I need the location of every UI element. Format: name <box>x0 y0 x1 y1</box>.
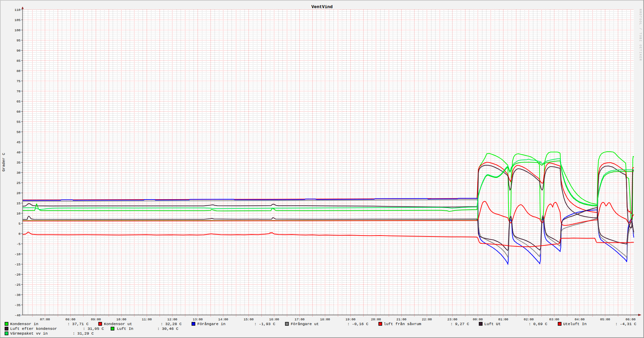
svg-text:-5: -5 <box>17 242 21 246</box>
svg-text:: 37,71 C: : 37,71 C <box>68 322 89 326</box>
svg-text:: 30,46 C: : 30,46 C <box>157 326 178 331</box>
svg-text:95: 95 <box>17 39 21 42</box>
svg-text:30: 30 <box>17 171 21 175</box>
svg-text:50: 50 <box>17 130 21 134</box>
svg-text:08:00: 08:00 <box>66 318 76 321</box>
svg-text:20: 20 <box>17 191 21 195</box>
svg-text:Uteluft In: Uteluft In <box>563 322 587 326</box>
svg-text:19:00: 19:00 <box>346 318 356 321</box>
svg-text:-15: -15 <box>15 263 21 266</box>
svg-text:14:00: 14:00 <box>218 318 228 321</box>
svg-text:90: 90 <box>17 49 21 53</box>
svg-text:10: 10 <box>17 212 21 215</box>
svg-text:Kondensor in: Kondensor in <box>10 322 38 326</box>
svg-text:: 31,05 C: : 31,05 C <box>83 326 104 331</box>
svg-text:06:00: 06:00 <box>626 318 636 321</box>
svg-text:05:00: 05:00 <box>600 318 610 321</box>
svg-text:45: 45 <box>17 140 21 144</box>
svg-text:40: 40 <box>17 151 21 154</box>
svg-text:17:00: 17:00 <box>295 318 305 321</box>
svg-text:10:00: 10:00 <box>116 318 127 321</box>
svg-text:18:00: 18:00 <box>320 318 330 321</box>
svg-text:luft från såvrum: luft från såvrum <box>384 322 421 326</box>
svg-text:: 32,28 C: : 32,28 C <box>161 322 182 326</box>
svg-text:105: 105 <box>15 18 21 22</box>
svg-text:03:00: 03:00 <box>549 318 559 321</box>
svg-text:25: 25 <box>17 181 21 185</box>
svg-text:35: 35 <box>17 161 21 165</box>
svg-text:75: 75 <box>17 79 21 83</box>
svg-text:: 0,69 C: : 0,69 C <box>529 322 547 326</box>
svg-text:60: 60 <box>17 110 21 114</box>
svg-text:15:00: 15:00 <box>244 318 254 321</box>
svg-text:5: 5 <box>19 222 21 226</box>
svg-text:100: 100 <box>15 29 21 32</box>
svg-text:Luft Ut: Luft Ut <box>484 322 501 326</box>
svg-text:16:00: 16:00 <box>269 318 279 321</box>
svg-text:04:00: 04:00 <box>575 318 585 321</box>
svg-text:-10: -10 <box>15 252 21 256</box>
svg-text:85: 85 <box>17 59 21 63</box>
svg-text:12:00: 12:00 <box>167 318 178 321</box>
svg-text:: 31,29 C: : 31,29 C <box>73 331 94 336</box>
svg-text:: -1,93 C: : -1,93 C <box>254 322 275 326</box>
svg-text:: -4,31 C: : -4,31 C <box>615 322 636 326</box>
svg-text:09:00: 09:00 <box>91 318 101 321</box>
svg-text:Kondensor ut: Kondensor ut <box>104 322 132 326</box>
svg-text:21:00: 21:00 <box>397 318 407 321</box>
svg-text:110: 110 <box>15 8 21 12</box>
svg-text:: 9,27 C: : 9,27 C <box>450 322 469 326</box>
svg-text:-20: -20 <box>15 273 21 277</box>
svg-text:0: 0 <box>19 232 21 236</box>
svg-text:70: 70 <box>17 90 21 93</box>
svg-text:55: 55 <box>17 120 21 124</box>
svg-text:65: 65 <box>17 100 21 104</box>
svg-text:-35: -35 <box>15 303 21 307</box>
svg-text:Förångare ut: Förångare ut <box>291 322 319 326</box>
svg-text:22:00: 22:00 <box>422 318 432 321</box>
svg-text:23:00: 23:00 <box>447 318 458 321</box>
svg-text:00:00: 00:00 <box>473 318 483 321</box>
svg-text:-25: -25 <box>15 283 21 287</box>
svg-text:Luft In: Luft In <box>117 326 133 331</box>
svg-text:RRDTOOL / TOBI OETIKER: RRDTOOL / TOBI OETIKER <box>639 9 642 61</box>
svg-text:Förångare in: Förångare in <box>197 322 225 326</box>
svg-text:Luft efter kondensor: Luft efter kondensor <box>10 326 57 331</box>
svg-text:80: 80 <box>17 69 21 73</box>
svg-text:-30: -30 <box>15 293 21 297</box>
svg-text:Värmepaket vv in: Värmepaket vv in <box>10 331 48 336</box>
svg-text:-40: -40 <box>15 314 21 317</box>
svg-text:Grader C: Grader C <box>1 153 6 171</box>
svg-text:20:00: 20:00 <box>371 318 381 321</box>
svg-text:: -0,16 C: : -0,16 C <box>347 322 368 326</box>
svg-text:02:00: 02:00 <box>524 318 534 321</box>
svg-text:15: 15 <box>17 202 21 205</box>
svg-text:07:00: 07:00 <box>40 318 50 321</box>
svg-text:01:00: 01:00 <box>498 318 509 321</box>
svg-text:13:00: 13:00 <box>193 318 203 321</box>
svg-text:11:00: 11:00 <box>142 318 152 321</box>
svg-text:VentVind: VentVind <box>311 4 332 10</box>
